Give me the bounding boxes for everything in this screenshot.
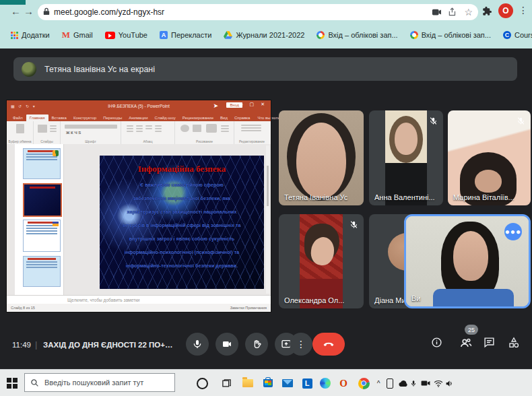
screen: ← → meet.google.com/yzd-ngyx-hsr ☆ O ⋮ — [0, 0, 532, 396]
screen-share-text: Тетяна Іванівна Ус на екрані — [44, 65, 155, 74]
browser-menu-icon[interactable]: ⋮ — [519, 5, 528, 15]
slide-title: Інформаційна безпека — [100, 164, 264, 174]
ppt-tab-animations[interactable]: Анимации — [125, 114, 151, 121]
participant-tile-anna[interactable]: Анна Валентині... — [369, 110, 443, 205]
ppt-thumbnail-current[interactable] — [23, 183, 62, 217]
ppt-thumbnail[interactable] — [23, 220, 61, 252]
cortana-button[interactable] — [195, 376, 209, 390]
tray-mic-icon[interactable] — [409, 376, 418, 390]
ppt-notes-pane[interactable]: Щелкните, чтобы добавить заметки — [7, 295, 271, 304]
bookmark-gmail[interactable]: M Gmail — [62, 30, 93, 40]
edge-button[interactable] — [319, 376, 332, 390]
ppt-title-bar: ▦ ↺ ↻ ▾ ІНФ.БЕЗПЕКА (5) - PowerPoint ➤ В… — [7, 100, 271, 112]
ppt-tab-file[interactable]: Файл — [9, 114, 26, 121]
back-button[interactable]: ← — [11, 5, 21, 18]
ppt-window-controls[interactable]: – ▢ ✕ — [240, 102, 267, 107]
activities-button[interactable] — [508, 337, 520, 351]
url-text[interactable]: meet.google.com/yzd-ngyx-hsr — [54, 7, 425, 17]
ppt-tab-help[interactable]: Справка — [231, 114, 254, 121]
taskbar-search-box[interactable]: Введіть пошуковий запит тут — [24, 373, 175, 392]
forward-button[interactable]: → — [24, 5, 34, 18]
ppt-group-clipboard[interactable]: Буфер обмена — [7, 121, 34, 144]
bookmark-drive-journals[interactable]: Журнали 2021-2022 — [224, 31, 304, 39]
ppt-tab-slideshow[interactable]: Слайд-шоу — [152, 114, 179, 121]
end-call-button[interactable] — [312, 333, 345, 356]
self-label: Ви — [411, 294, 420, 302]
start-button[interactable] — [7, 378, 18, 389]
meet-clock: 11:49 — [12, 341, 31, 349]
ppt-tab-view[interactable]: Вид — [217, 114, 231, 121]
drive-icon — [224, 31, 232, 39]
office-button[interactable]: O — [337, 376, 350, 390]
browser-tab[interactable] — [0, 0, 26, 5]
ppt-tab-home[interactable]: Главная — [26, 114, 48, 121]
camera-button[interactable] — [215, 333, 238, 356]
ppt-tab-transitions[interactable]: Переходы — [100, 114, 125, 121]
ppt-thumbnail[interactable] — [23, 256, 61, 287]
ppt-tab-insert[interactable]: Вставка — [48, 114, 70, 121]
task-view-button[interactable] — [220, 376, 233, 390]
raise-hand-button[interactable] — [245, 333, 268, 356]
search-icon — [30, 378, 39, 387]
divider: | — [35, 339, 37, 350]
ppt-scrollbar[interactable] — [266, 145, 269, 294]
linkedin-button[interactable]: L — [300, 376, 314, 390]
bookmark-star-icon[interactable]: ☆ — [464, 7, 473, 18]
chrome-button[interactable] — [357, 376, 370, 390]
tray-wifi-icon[interactable] — [433, 376, 443, 390]
bookmark-signin-2[interactable]: Вхід – облікові зап... — [410, 31, 491, 39]
mouse-cursor: ➤ — [213, 102, 218, 109]
participant-tile-oleksandra[interactable]: Олександра Ол... — [279, 214, 364, 308]
bookmarks-bar: Додатки M Gmail YouTube A Перекласти Жур… — [0, 23, 532, 47]
participant-name: Анна Валентині... — [374, 193, 435, 201]
self-video-tile[interactable]: ●●● Ви — [404, 214, 531, 308]
ppt-tab-review[interactable]: Рецензирование — [179, 114, 217, 121]
bookmark-signin-1[interactable]: Вхід – облікові зап... — [317, 31, 397, 39]
ppt-thumbnail[interactable] — [23, 148, 61, 179]
media-control-icon[interactable] — [432, 8, 441, 16]
profile-avatar[interactable]: O — [498, 3, 513, 18]
ppt-group-font[interactable]: Ж К Ч S Шрифт — [61, 121, 121, 144]
store-button[interactable] — [261, 376, 275, 390]
participant-tile-maryna[interactable]: Марина Віталіїв... — [448, 110, 531, 205]
extensions-icon[interactable] — [482, 6, 492, 19]
tray-volume-icon[interactable] — [444, 376, 455, 390]
bookmark-apps[interactable]: Додатки — [11, 31, 50, 39]
tile-options-button[interactable]: ●●● — [504, 223, 522, 240]
bookmark-translate[interactable]: A Перекласти — [160, 31, 211, 39]
tray-phone-icon[interactable] — [385, 376, 395, 390]
gmail-icon: M — [62, 30, 70, 40]
share-icon[interactable] — [448, 7, 457, 17]
translate-icon: A — [160, 31, 168, 39]
participant-tile-tetyana[interactable]: Тетяна Іванівна Ус — [279, 110, 364, 205]
youtube-icon — [105, 32, 115, 39]
participant-name: Олександра Ол... — [284, 296, 344, 304]
ppt-group-slides[interactable]: Слайды — [34, 121, 61, 144]
tray-camera-icon[interactable] — [420, 376, 431, 390]
chat-button[interactable] — [484, 337, 495, 351]
bookmark-youtube[interactable]: YouTube — [105, 31, 147, 39]
tray-onedrive-icon[interactable] — [397, 376, 408, 390]
tray-chevron-icon[interactable]: ^ — [374, 376, 383, 390]
file-explorer-button[interactable] — [241, 376, 255, 390]
shared-powerpoint-window[interactable]: ▦ ↺ ↻ ▾ ІНФ.БЕЗПЕКА (5) - PowerPoint ➤ В… — [7, 100, 271, 312]
screen-share-banner: Тетяна Іванівна Ус на екрані — [13, 57, 517, 81]
meeting-details-button[interactable] — [431, 337, 442, 351]
participant-name: Тетяна Іванівна Ус — [284, 193, 347, 201]
ppt-group-paragraph[interactable]: Абзац — [121, 121, 175, 144]
address-bar[interactable]: meet.google.com/yzd-ngyx-hsr ☆ — [38, 4, 478, 20]
mic-button[interactable] — [186, 333, 209, 356]
ppt-slide-thumbnails[interactable] — [15, 144, 64, 295]
bookmark-coursera[interactable]: C Coursera — [503, 31, 532, 39]
participants-button[interactable] — [459, 337, 472, 351]
ppt-group-drawing[interactable]: Рисование — [175, 121, 234, 144]
ppt-status-bar: Слайд 8 из 15 Заметки Примечания — [7, 304, 271, 312]
more-options-button[interactable]: ⋮ — [290, 333, 312, 356]
meeting-title: ЗАХІД ДО ДНЯ ЄДНОСТІ 22 ПО+… — [43, 341, 173, 349]
google-icon — [410, 31, 418, 39]
mail-button[interactable] — [281, 376, 294, 390]
ppt-tab-design[interactable]: Конструктор — [70, 114, 100, 121]
slide-body: Є важливою самостійною сферою забезпечен… — [100, 182, 264, 269]
ppt-ribbon-tabs: Файл Главная Вставка Конструктор Переход… — [7, 112, 271, 121]
ppt-group-editing[interactable]: Редактирование — [234, 121, 269, 144]
